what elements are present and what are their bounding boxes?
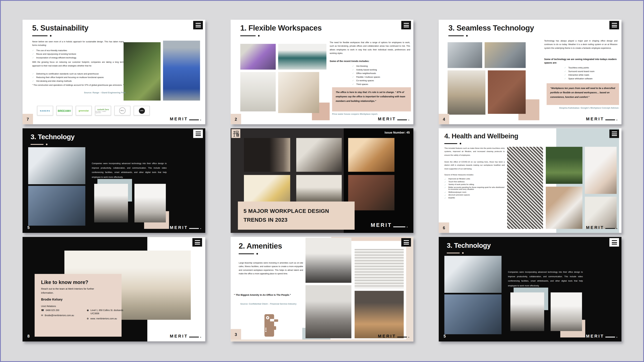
photo-open-plan-imacs [484,42,526,68]
photo-laptop-coffee-window [348,138,394,172]
photo-office-gym [306,238,352,283]
deck-overview-canvas: 5. Sustainability Never before we seen m… [0,0,644,362]
photo-team-monitors [444,256,502,293]
quote-text: “ The Biggest Amenity In An Office Is Th… [234,293,303,297]
source-credit: Price water house coopers Workplace repo… [332,113,411,115]
slide-flexible-workspaces[interactable]: 1. Flexible Workspaces The need for flex… [231,20,414,124]
contact-heading: Like to know more? [41,280,115,285]
page-number: 5 [27,225,30,230]
quote-box: The office is here to stay that: it’s ro… [332,87,411,111]
photo-vr-headset-brick [488,70,526,114]
photo-team-monitors [28,147,85,184]
hamburger-menu-icon[interactable] [610,21,619,29]
source-credit: Source: Range – Giand Engineering Firm [47,91,126,94]
hamburger-menu-icon[interactable] [610,238,619,247]
contact-email[interactable]: Brodie@meritinteriors.com.au [45,314,80,317]
subheading: Some of the recent trends includes: [330,60,410,62]
globe-icon: ⊕ [87,317,89,320]
checklist: Hot-Desking Activity based working Offic… [352,65,408,86]
contact-address: Level 1, 850 Collins St. dockands U/C300… [90,309,126,315]
photo-air-purifier-room [546,187,582,229]
photo-meeting-room-ring-light [94,184,128,223]
source-credit: Despina Katiskakas- Google’s Workplace C… [546,107,619,109]
hamburger-menu-icon[interactable] [192,238,202,247]
logo-nabers: NABERS [37,106,53,115]
photo-cassette-wall-laptop [355,249,404,289]
quote-box: “Workplaces ten years from now will need… [546,83,619,105]
slide-health-wellbeing[interactable]: 4. Health and Wellbeing This included fe… [439,128,622,233]
merit-logo: MERIT. [170,225,201,230]
merit-logo: MERIT. [586,225,618,230]
photo-green-sofa-forest [546,147,582,184]
phone-icon: ☎ [41,309,44,312]
hamburger-menu-icon[interactable] [401,238,411,247]
logo-greenstar: greenstar [76,106,92,115]
photo-bike-storage [163,41,200,101]
issue-number: Issue Number: 45 [385,131,410,134]
title-underline [32,35,52,37]
photo-green-wall-reception [124,42,161,101]
page-number: 7 [22,114,33,124]
paragraph: With the growing focus on reducing our c… [32,60,124,68]
hamburger-menu-icon[interactable] [193,21,203,29]
photo-do-good-boardroom [244,138,290,172]
slide-seamless-technology[interactable]: 3. Seamless Technology Technology has al… [439,20,622,124]
photo-open-office-ceiling [240,72,276,111]
title-underline [447,252,464,254]
page-title: 5. Sustainability [32,24,88,33]
photo-white-meeting-room [550,293,582,331]
contact-card: Like to know more? Reach out to the team… [34,274,122,337]
slide-cover[interactable]: Issue Number: 45 5 MAJOR WORKPLACE DESIG… [231,128,414,233]
slide-technology-dark[interactable]: 3. Technology Companies were incorporati… [22,128,205,233]
merit-logo: MERIT. [170,334,201,338]
photo-acoustic-ceiling-office [507,147,543,229]
title-underline [240,35,260,37]
paragraph: Never before we seen more of a in holist… [32,40,124,47]
contact-role: Unict Relations [41,305,115,308]
merit-logo: MERIT. [378,116,409,121]
merit-logo: MERIT. [586,334,618,338]
beige-right-strip [406,237,414,342]
photo-imac-desk [448,70,486,115]
quote-text: “ The construction and operations of hol… [32,83,126,87]
hamburger-menu-icon[interactable] [610,129,619,138]
paragraph: Source of these measures includes: [444,173,505,177]
beige-bottom-strip [231,340,414,342]
page-number: 8 [27,334,30,338]
paragraph: Technology has always played a major par… [544,39,618,50]
title-underline [239,253,258,255]
hamburger-menu-icon[interactable] [193,129,203,138]
page-title: 3. Technology [447,242,491,250]
contact-subtext: Reach out to the team at Merit Interiors… [41,287,102,295]
page-number: 2 [231,114,241,124]
photo-group-tablet [444,295,502,334]
page-number: 3 [231,329,241,340]
slide-grid: 5. Sustainability Never before we seen m… [22,20,622,342]
slide-technology-dark-2[interactable]: 3. Technology Companies were incorporati… [439,237,622,342]
email-icon: ✉ [41,314,43,317]
page-number: 4 [439,114,449,124]
slide-contact[interactable]: Like to know more? Reach out to the team… [22,237,205,342]
contact-phone[interactable]: 0488 025 200 [46,309,81,312]
page-title: 2. Amenities [239,242,282,251]
page-title: 3. Seamless Technology [448,24,534,33]
photo-meeting-room-partition [278,44,326,70]
paragraph: Companies were incorporating advanced te… [508,270,583,288]
photo-group-tablet [28,186,85,226]
hamburger-menu-icon[interactable] [401,21,411,29]
photo-tablet-floorplan-app [240,44,276,70]
checklist: Touchless entry points Surround sound bo… [564,66,617,81]
subheading: Some of technology we are seeing integra… [544,58,618,64]
slide-amenities[interactable]: 2. Amenities Large bluechip companies we… [231,237,414,342]
merit-logo: MERIT. [586,116,618,121]
location-pin-icon: ◉ [87,309,89,312]
contact-website[interactable]: www. meritinteriors.com.au [90,317,126,320]
photo-whiteboard-meeting [448,42,482,68]
page-title: 1. Flexible Workspaces [240,24,322,33]
photo-acoustic-ceiling-workspace [306,285,352,338]
title-underline [30,144,48,145]
slide-sustainability[interactable]: 5. Sustainability Never before we seen m… [22,20,205,124]
logo-carbonzero: carboN ZeroISO 14064-1 · certified organ… [95,106,111,115]
paragraph: This included features such as make thes… [444,147,505,157]
paragraph: Large bluechip companies were investing … [239,261,303,276]
